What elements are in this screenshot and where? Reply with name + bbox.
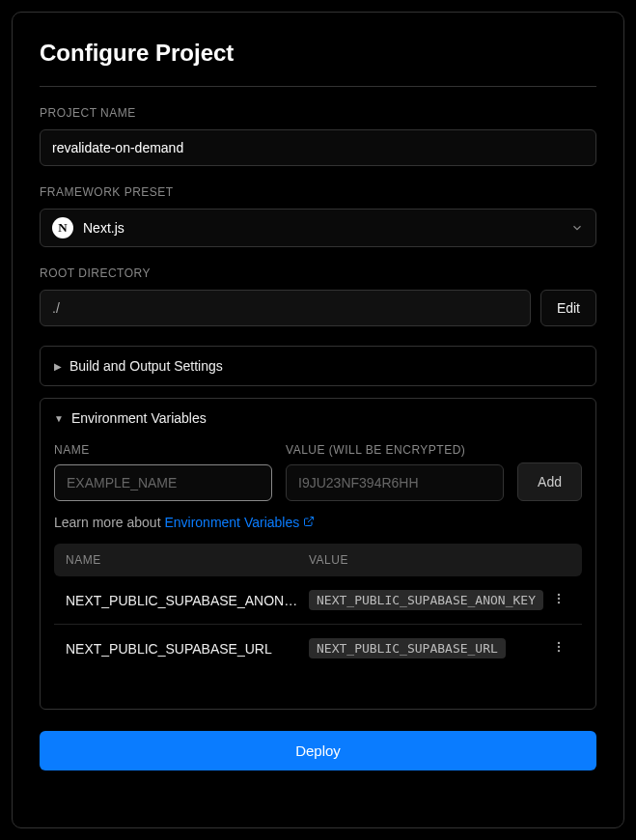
environment-variables-label: Environment Variables [71,410,207,426]
deploy-button[interactable]: Deploy [40,731,596,770]
build-output-label: Build and Output Settings [69,358,223,374]
configure-project-panel: Configure Project PROJECT NAME FRAMEWORK… [12,12,624,828]
divider [40,86,596,87]
add-env-button[interactable]: Add [517,462,582,501]
root-directory-input [40,290,531,326]
env-value-column: VALUE (WILL BE ENCRYPTED) [286,443,504,501]
svg-point-1 [558,593,560,595]
env-table-header: NAME VALUE [54,544,582,576]
environment-variables-body: NAME VALUE (WILL BE ENCRYPTED) Add Learn… [41,437,595,709]
svg-point-5 [558,645,560,647]
table-row: NEXT_PUBLIC_SUPABASE_ANON… NEXT_PUBLIC_S… [54,576,582,624]
framework-preset-select[interactable]: N Next.js [40,209,596,247]
framework-preset-section: FRAMEWORK PRESET N Next.js [40,185,596,247]
environment-variables-link[interactable]: Environment Variables [164,515,315,530]
project-name-input[interactable] [40,129,596,166]
environment-variables-accordion: ▼ Environment Variables NAME VALUE (WILL… [40,398,596,710]
framework-preset-label: FRAMEWORK PRESET [40,185,596,199]
svg-point-6 [558,649,560,651]
framework-preset-value: Next.js [83,220,561,236]
root-directory-label: ROOT DIRECTORY [40,266,596,280]
build-output-toggle[interactable]: ▶ Build and Output Settings [41,347,595,385]
env-table: NAME VALUE NEXT_PUBLIC_SUPABASE_ANON… NE… [54,544,582,672]
env-row-menu-button[interactable] [547,592,570,609]
page-title: Configure Project [40,40,596,67]
triangle-down-icon: ▼ [54,413,64,424]
env-name-column: NAME [54,443,272,501]
more-vertical-icon [552,592,566,605]
environment-variables-toggle[interactable]: ▼ Environment Variables [41,399,595,437]
svg-point-3 [558,601,560,602]
env-row-value: NEXT_PUBLIC_SUPABASE_URL [309,638,547,658]
more-vertical-icon [552,640,566,654]
table-row: NEXT_PUBLIC_SUPABASE_URL NEXT_PUBLIC_SUP… [54,624,582,672]
env-row-name: NEXT_PUBLIC_SUPABASE_ANON… [66,593,309,608]
root-directory-section: ROOT DIRECTORY Edit [40,266,596,326]
env-value-label: VALUE (WILL BE ENCRYPTED) [286,443,504,457]
learn-more-text: Learn more about Environment Variables [54,515,582,530]
svg-line-0 [308,518,314,523]
env-table-header-name: NAME [66,553,309,567]
env-table-header-value: VALUE [309,553,570,567]
env-row-value: NEXT_PUBLIC_SUPABASE_ANON_KEY [309,590,547,610]
nextjs-icon: N [52,217,73,238]
env-row-name: NEXT_PUBLIC_SUPABASE_URL [66,641,309,657]
env-name-input[interactable] [54,464,272,501]
project-name-label: PROJECT NAME [40,106,596,120]
env-name-label: NAME [54,443,272,457]
env-row-menu-button[interactable] [547,640,570,658]
env-value-input[interactable] [286,464,504,501]
edit-root-directory-button[interactable]: Edit [540,290,596,326]
svg-point-2 [558,597,560,599]
build-output-accordion: ▶ Build and Output Settings [40,346,596,386]
project-name-section: PROJECT NAME [40,106,596,166]
triangle-right-icon: ▶ [54,361,62,372]
chevron-down-icon [570,221,584,235]
external-link-icon [303,516,315,527]
svg-point-4 [558,641,560,643]
